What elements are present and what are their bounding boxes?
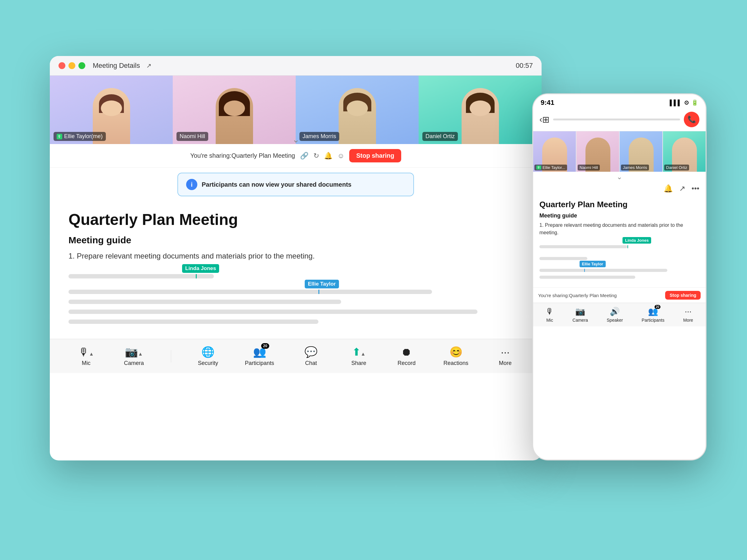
participant-tile-naomi[interactable]: Naomi Hill xyxy=(173,76,296,144)
record-icon: ⏺ xyxy=(401,346,412,358)
toolbar-item-record[interactable]: ⏺ Record xyxy=(395,346,417,367)
toolbar-item-participants[interactable]: 👥20 Participants xyxy=(245,346,274,367)
meeting-title: Meeting Details xyxy=(93,61,140,70)
mobile-speaker-label: Speaker xyxy=(607,318,623,323)
refresh-icon[interactable]: ↻ xyxy=(313,152,319,160)
record-label: Record xyxy=(397,360,415,367)
mobile-toolbar-participants[interactable]: 👥20 Participants xyxy=(642,307,665,323)
mobile-tile-ellie[interactable]: 🎙 Ellie Taylor... xyxy=(533,131,576,172)
mobile-doc-title: Quarterly Plan Meeting xyxy=(539,200,699,209)
doc-line-1 xyxy=(69,274,214,278)
mobile-camera-icon: 📷 xyxy=(575,307,585,316)
mobile-tile-naomi[interactable]: Naomi Hill xyxy=(576,131,619,172)
mobile-stop-sharing-button[interactable]: Stop sharing xyxy=(665,291,701,300)
mobile-tile-daniel[interactable]: Daniel Ortiz xyxy=(663,131,705,172)
mobile-toolbar-more[interactable]: ··· More xyxy=(683,307,693,323)
mobile-toolbar-mic[interactable]: 🎙 Mic xyxy=(546,307,554,323)
close-button[interactable] xyxy=(58,62,66,69)
toolbar-item-mic[interactable]: 🎙▲ Mic xyxy=(75,346,97,367)
mobile-phone: 9:41 ▌▌▌ ⊙ 🔋 ‹ ⊞ 📞 🎙 Ellie Taylor... xyxy=(532,93,706,460)
mobile-sharing-bar: You're sharing:Quarterly Plan Meeting St… xyxy=(533,288,705,303)
phone-status-icons: ▌▌▌ ⊙ 🔋 xyxy=(670,99,698,106)
mobile-name-daniel: Daniel Ortiz xyxy=(664,165,689,170)
mobile-tile-james[interactable]: James Morris xyxy=(620,131,662,172)
toolbar-item-reactions[interactable]: 😊 Reactions xyxy=(443,346,468,367)
emoji-icon[interactable]: ☺ xyxy=(337,152,344,160)
maximize-button[interactable] xyxy=(78,62,85,69)
mobile-line-row-3: Ellie Taylor xyxy=(539,269,699,272)
toolbar-item-share[interactable]: ⬆▲ Share xyxy=(348,346,370,367)
mobile-toolbar-camera[interactable]: 📷 Camera xyxy=(572,307,588,323)
sharing-bar: You're sharing:Quarterly Plan Meeting 🔗 … xyxy=(50,144,542,168)
mobile-more-label: More xyxy=(683,318,693,323)
info-banner: i Participants can now view your shared … xyxy=(177,173,414,196)
participants-label: Participants xyxy=(245,360,274,367)
chevron-down-icon[interactable]: ⌄ xyxy=(292,134,300,145)
mobile-cursor-bar-linda xyxy=(627,245,628,248)
mobile-cursor-bar-ellie xyxy=(584,269,585,272)
camera-chevron-icon: ▲ xyxy=(138,351,143,356)
mobile-participants-badge: 20 xyxy=(654,305,661,309)
battery-icon: 🔋 xyxy=(691,99,698,106)
bell-icon[interactable]: 🔔 xyxy=(324,152,332,160)
participant-name-james: James Morris xyxy=(300,132,339,141)
phone-share-icon[interactable]: ↗ xyxy=(679,184,686,193)
doc-body: 1. Prepare relevant meeting documents an… xyxy=(69,250,523,262)
doc-line-row-3 xyxy=(69,300,523,304)
participant-tile-james[interactable]: James Morris xyxy=(296,76,419,144)
toolbar-item-security[interactable]: 🌐 Security xyxy=(197,346,219,367)
mobile-more-icon: ··· xyxy=(685,307,692,316)
mobile-document: Quarterly Plan Meeting Meeting guide 1. … xyxy=(533,195,705,288)
participant-tile-daniel[interactable]: Daniel Ortiz xyxy=(419,76,542,144)
end-call-button[interactable]: 📞 xyxy=(684,112,699,127)
back-button[interactable]: ‹ xyxy=(539,114,542,125)
more-icon: ··· xyxy=(501,346,510,358)
mobile-speaker-icon: 🔊 xyxy=(610,307,620,316)
doc-subtitle: Meeting guide xyxy=(69,235,523,245)
mobile-camera-label: Camera xyxy=(572,318,588,323)
info-banner-container: i Participants can now view your shared … xyxy=(50,168,542,201)
mobile-line-row-2 xyxy=(539,257,699,260)
toolbar-item-camera[interactable]: 📷▲ Camera xyxy=(123,346,145,367)
desktop-toolbar: 🎙▲ Mic 📷▲ Camera 🌐 Security 👥20 Particip… xyxy=(50,339,542,373)
toolbar-item-chat[interactable]: 💬 Chat xyxy=(300,346,322,367)
mobile-sharing-text: You're sharing:Quarterly Plan Meeting xyxy=(538,293,617,298)
mobile-line-2 xyxy=(539,257,587,260)
info-message: Participants can now view your shared do… xyxy=(202,181,352,188)
doc-lines: Linda Jones Ellie Taylor xyxy=(69,274,523,324)
meeting-timer: 00:57 xyxy=(516,61,533,70)
phone-chevron-icon: ⌄ xyxy=(533,172,705,182)
mobile-mic-icon: 🎙 xyxy=(546,307,554,316)
security-label: Security xyxy=(198,360,218,367)
mobile-toolbar-speaker[interactable]: 🔊 Speaker xyxy=(607,307,623,323)
traffic-lights xyxy=(58,62,85,69)
security-icon: 🌐 xyxy=(201,346,214,358)
participant-tile-ellie[interactable]: 🎙 Ellie Taylor(me) xyxy=(50,76,173,144)
phone-bell-icon[interactable]: 🔔 xyxy=(664,184,673,193)
mobile-line-row-4 xyxy=(539,276,699,279)
share-label: Share xyxy=(352,360,366,367)
mobile-toolbar: 🎙 Mic 📷 Camera 🔊 Speaker 👥20 Participant… xyxy=(533,303,705,326)
mic-icon: 🎙▲ xyxy=(78,346,94,358)
link-icon[interactable]: 🔗 xyxy=(300,152,308,160)
document-content: Quarterly Plan Meeting Meeting guide 1. … xyxy=(50,201,542,339)
info-icon: i xyxy=(186,179,197,190)
minimize-button[interactable] xyxy=(69,62,75,69)
toolbar-item-more[interactable]: ··· More xyxy=(494,346,516,367)
mobile-participants: 🎙 Ellie Taylor... Naomi Hill James Morri… xyxy=(533,131,705,172)
phone-nav-bar: ‹ ⊞ 📞 xyxy=(533,109,705,131)
screen-icon[interactable]: ⊞ xyxy=(542,114,549,125)
toolbar-divider-1 xyxy=(171,350,171,363)
chat-icon: 💬 xyxy=(304,346,317,358)
doc-line-4 xyxy=(69,310,478,314)
camera-label: Camera xyxy=(124,360,144,367)
doc-line-5 xyxy=(69,320,318,324)
share-upload-icon: ⬆▲ xyxy=(352,346,366,358)
share-icon[interactable]: ↗ xyxy=(146,62,152,70)
sharing-text: You're sharing:Quarterly Plan Meeting xyxy=(190,152,295,159)
phone-action-row: 🔔 ↗ ••• xyxy=(533,182,705,195)
stop-sharing-button[interactable]: Stop sharing xyxy=(349,149,401,162)
phone-more-icon[interactable]: ••• xyxy=(692,184,699,193)
mobile-doc-subtitle: Meeting guide xyxy=(539,212,699,219)
doc-line-row-1: Linda Jones xyxy=(69,274,523,278)
